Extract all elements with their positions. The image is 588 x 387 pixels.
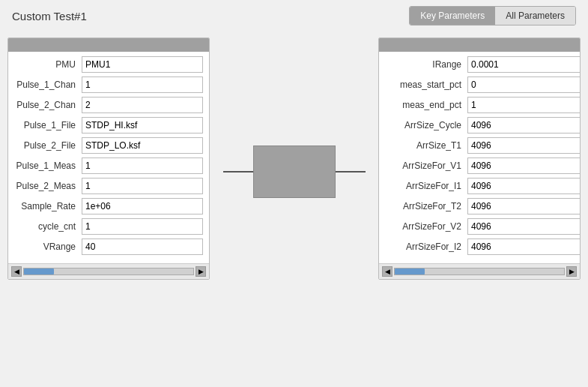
table-row: ArrSizeFor_V2 xyxy=(385,218,574,235)
table-row: ArrSize_T1 xyxy=(385,137,574,154)
field-label: Pulse_2_Meas xyxy=(14,181,82,191)
field-input-pulse-1-meas[interactable] xyxy=(82,158,203,174)
left-scroll-left-arrow[interactable]: ◀ xyxy=(11,266,22,277)
left-panel-header xyxy=(8,38,209,52)
table-row: PMU xyxy=(14,56,203,73)
left-panel: PMUPulse_1_ChanPulse_2_ChanPulse_1_FileP… xyxy=(7,38,210,280)
field-label: cycle_cnt xyxy=(14,221,82,232)
field-input-cycle-cnt[interactable] xyxy=(82,218,203,235)
field-input-arrsizefor-i1[interactable] xyxy=(467,178,581,194)
table-row: ArrSizeFor_I1 xyxy=(385,178,574,194)
table-row: meas_end_pct xyxy=(385,97,574,113)
field-label: Pulse_1_Chan xyxy=(14,80,82,90)
table-row: ArrSizeFor_T2 xyxy=(385,198,574,214)
field-input-arrsizefor-t2[interactable] xyxy=(467,198,581,214)
tab-group: Key Parameters All Parameters xyxy=(409,6,576,26)
center-diagram-area xyxy=(210,38,378,292)
field-input-arrsize-t1[interactable] xyxy=(467,137,581,154)
field-label: VRange xyxy=(14,242,82,252)
right-panel: IRangemeas_start_pctmeas_end_pctArrSize_… xyxy=(378,38,581,280)
field-label: ArrSize_T1 xyxy=(385,140,467,151)
field-label: Pulse_2_File xyxy=(14,140,82,151)
field-input-irange[interactable] xyxy=(467,56,581,73)
main-content: PMUPulse_1_ChanPulse_2_ChanPulse_1_FileP… xyxy=(0,32,588,298)
table-row: cycle_cnt xyxy=(14,218,203,235)
field-label: ArrSizeFor_I1 xyxy=(385,181,467,191)
table-row: meas_start_pct xyxy=(385,76,574,93)
field-label: Sample_Rate xyxy=(14,201,82,212)
field-input-pulse-1-chan[interactable] xyxy=(82,76,203,93)
table-row: Pulse_1_Chan xyxy=(14,76,203,93)
table-row: IRange xyxy=(385,56,574,73)
tab-key-parameters[interactable]: Key Parameters xyxy=(410,7,495,25)
table-row: Pulse_2_Meas xyxy=(14,178,203,194)
table-row: Pulse_2_Chan xyxy=(14,97,203,113)
table-row: Pulse_2_File xyxy=(14,137,203,154)
left-line xyxy=(223,171,253,172)
field-label: Pulse_1_Meas xyxy=(14,160,82,171)
page-header: Custom Test#1 Key Parameters All Paramet… xyxy=(0,0,588,32)
field-label: PMU xyxy=(14,59,82,70)
field-label: ArrSizeFor_V2 xyxy=(385,221,467,232)
field-input-meas-start-pct[interactable] xyxy=(467,76,581,93)
field-input-sample-rate[interactable] xyxy=(82,198,203,214)
page-title: Custom Test#1 xyxy=(12,10,87,22)
field-input-pmu[interactable] xyxy=(82,56,203,73)
left-scrollbar[interactable]: ◀ ▶ xyxy=(8,263,209,279)
right-scroll-thumb xyxy=(395,268,425,274)
left-panel-body: PMUPulse_1_ChanPulse_2_ChanPulse_1_FileP… xyxy=(8,52,209,263)
table-row: Pulse_1_Meas xyxy=(14,158,203,174)
table-row: Sample_Rate xyxy=(14,198,203,214)
field-label: IRange xyxy=(385,59,467,70)
left-scroll-track[interactable] xyxy=(23,268,194,275)
right-scroll-track[interactable] xyxy=(394,268,565,275)
field-input-vrange[interactable] xyxy=(82,238,203,255)
field-input-arrsizefor-v1[interactable] xyxy=(467,158,581,174)
field-input-pulse-2-file[interactable] xyxy=(82,137,203,154)
field-label: ArrSizeFor_V1 xyxy=(385,160,467,171)
field-input-pulse-2-chan[interactable] xyxy=(82,97,203,113)
table-row: ArrSizeFor_V1 xyxy=(385,158,574,174)
left-scroll-thumb xyxy=(24,268,54,274)
table-row: ArrSize_Cycle xyxy=(385,117,574,134)
field-label: meas_start_pct xyxy=(385,80,467,90)
table-row: VRange xyxy=(14,238,203,255)
field-label: ArrSizeFor_I2 xyxy=(385,242,467,252)
field-input-arrsize-cycle[interactable] xyxy=(467,117,581,134)
field-label: ArrSize_Cycle xyxy=(385,120,467,130)
center-box xyxy=(253,146,336,198)
right-panel-header xyxy=(379,38,580,52)
box-diagram xyxy=(223,146,366,198)
field-input-arrsizefor-i2[interactable] xyxy=(467,238,581,255)
right-panel-body: IRangemeas_start_pctmeas_end_pctArrSize_… xyxy=(379,52,580,263)
field-input-pulse-1-file[interactable] xyxy=(82,117,203,134)
right-scrollbar[interactable]: ◀ ▶ xyxy=(379,263,580,279)
right-scroll-left-arrow[interactable]: ◀ xyxy=(382,266,392,277)
field-label: ArrSizeFor_T2 xyxy=(385,201,467,212)
right-scroll-right-arrow[interactable]: ▶ xyxy=(566,266,577,277)
tab-all-parameters[interactable]: All Parameters xyxy=(495,7,575,25)
left-scroll-right-arrow[interactable]: ▶ xyxy=(196,266,206,277)
right-line xyxy=(336,171,366,172)
field-input-pulse-2-meas[interactable] xyxy=(82,178,203,194)
field-input-meas-end-pct[interactable] xyxy=(467,97,581,113)
field-label: Pulse_1_File xyxy=(14,120,82,130)
field-label: Pulse_2_Chan xyxy=(14,100,82,110)
table-row: ArrSizeFor_I2 xyxy=(385,238,574,255)
table-row: Pulse_1_File xyxy=(14,117,203,134)
field-input-arrsizefor-v2[interactable] xyxy=(467,218,581,235)
field-label: meas_end_pct xyxy=(385,100,467,110)
